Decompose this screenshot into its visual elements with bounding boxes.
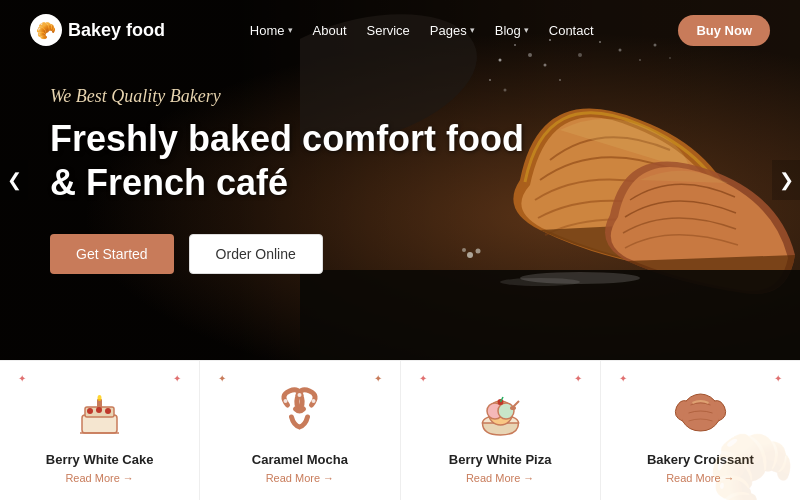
svg-point-27 — [87, 408, 93, 414]
card-link-berry-white-piza[interactable]: Read More → — [466, 472, 534, 484]
svg-point-33 — [298, 393, 302, 397]
logo-icon: 🥐 — [30, 14, 62, 46]
card-title-berry-white-cake: Berry White Cake — [46, 452, 154, 467]
card-link-bakery-croissant[interactable]: Read More → — [666, 472, 734, 484]
nav-item-pages[interactable]: Pages ▾ — [430, 23, 475, 38]
get-started-button[interactable]: Get Started — [50, 234, 174, 274]
nav-links: Home ▾ About Service Pages ▾ — [250, 23, 594, 38]
logo[interactable]: 🥐 Bakey food — [30, 14, 165, 46]
hero-subtitle: We Best Quality Bakery — [50, 86, 750, 107]
nav-item-contact[interactable]: Contact — [549, 23, 594, 38]
chevron-left-icon: ❮ — [7, 169, 22, 191]
nav-item-blog[interactable]: Blog ▾ — [495, 23, 529, 38]
card-icon-berry-white-piza — [470, 382, 530, 442]
card-icon-caramel-mocha — [270, 382, 330, 442]
svg-point-29 — [105, 408, 111, 414]
sparkle-icon: ✦ — [619, 373, 627, 384]
nav-link-home[interactable]: Home ▾ — [250, 23, 293, 38]
buy-now-button[interactable]: Buy Now — [678, 15, 770, 46]
hero-title: Freshly baked comfort food & French café — [50, 117, 750, 203]
sparkle-icon: ✦ — [218, 373, 226, 384]
card-link-berry-white-cake[interactable]: Read More → — [65, 472, 133, 484]
card-title-caramel-mocha: Caramel Mocha — [252, 452, 348, 467]
sparkle-icon: ✦ — [18, 373, 26, 384]
svg-point-31 — [284, 399, 288, 403]
card-link-caramel-mocha[interactable]: Read More → — [266, 472, 334, 484]
svg-point-41 — [510, 406, 516, 410]
navbar: 🥐 Bakey food Home ▾ About Service — [0, 0, 800, 60]
card-title-berry-white-piza: Berry White Piza — [449, 452, 552, 467]
watermark-decoration: 🥐 — [708, 435, 795, 500]
card-berry-white-cake: ✦ ✦ Berry White Cake Read More → — [0, 361, 200, 500]
svg-point-32 — [312, 399, 316, 403]
next-arrow-button[interactable]: ❯ — [772, 160, 800, 200]
svg-point-37 — [498, 403, 514, 419]
nav-item-about[interactable]: About — [313, 23, 347, 38]
chevron-right-icon: ❯ — [779, 169, 794, 191]
nav-link-service[interactable]: Service — [367, 23, 410, 38]
svg-point-26 — [98, 395, 102, 401]
chevron-down-icon: ▾ — [470, 25, 475, 35]
nav-link-blog[interactable]: Blog ▾ — [495, 23, 529, 38]
nav-link-contact[interactable]: Contact — [549, 23, 594, 38]
sparkle-icon: ✦ — [774, 373, 782, 384]
card-title-bakery-croissant: Bakery Croissant — [647, 452, 754, 467]
sparkle-icon: ✦ — [419, 373, 427, 384]
card-caramel-mocha: ✦ ✦ Caram — [200, 361, 400, 500]
sparkle-icon: ✦ — [173, 373, 181, 384]
nav-link-pages[interactable]: Pages ▾ — [430, 23, 475, 38]
cards-section: ✦ ✦ Berry White Cake Read More → — [0, 360, 800, 500]
sparkle-icon: ✦ — [574, 373, 582, 384]
sparkle-icon: ✦ — [374, 373, 382, 384]
card-berry-white-piza: ✦ ✦ Berry White Piza Read More — [401, 361, 601, 500]
card-bakery-croissant: ✦ ✦ Baker — [601, 361, 800, 500]
card-icon-berry-white-cake — [70, 382, 130, 442]
order-online-button[interactable]: Order Online — [189, 234, 323, 274]
hero-section: 🥐 Bakey food Home ▾ About Service — [0, 0, 800, 360]
card-icon-bakery-croissant — [670, 382, 730, 442]
chevron-down-icon: ▾ — [288, 25, 293, 35]
hero-buttons: Get Started Order Online — [50, 234, 750, 274]
nav-link-about[interactable]: About — [313, 23, 347, 38]
chevron-down-icon: ▾ — [524, 25, 529, 35]
svg-point-28 — [96, 407, 102, 413]
prev-arrow-button[interactable]: ❮ — [0, 160, 28, 200]
nav-item-home[interactable]: Home ▾ — [250, 23, 293, 38]
brand-name: Bakey food — [68, 20, 165, 41]
nav-item-service[interactable]: Service — [367, 23, 410, 38]
